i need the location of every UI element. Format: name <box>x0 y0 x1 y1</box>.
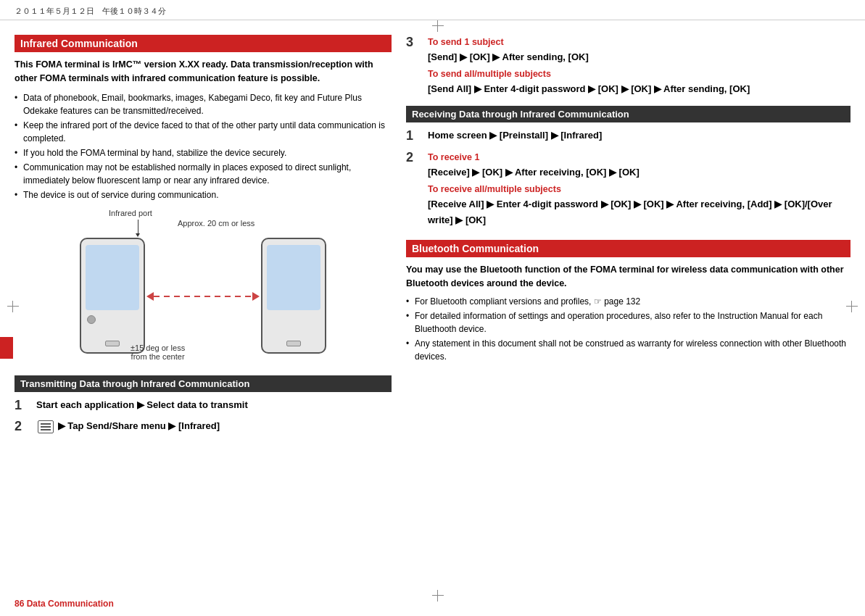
infrared-section-header: Infrared Communication <box>15 35 392 52</box>
bluetooth-section: Bluetooth Communication You may use the … <box>406 240 850 363</box>
step2-text: ▶ Tap Send/Share menu ▶ [Infrared] <box>58 420 220 431</box>
right-column: 3 To send 1 subject [Send] ▶ [OK] ▶ Afte… <box>406 35 850 441</box>
diagram-approx-label: Approx. 20 cm or less <box>178 219 254 228</box>
crosshair-bottom <box>432 590 444 602</box>
bullet-item: The device is out of service during comm… <box>15 188 392 201</box>
receiving-section: Receiving Data through Infrared Communic… <box>406 106 850 230</box>
diagram-degree-label: ±15 deg or less from the center <box>131 344 185 361</box>
footer-page-num: 86 <box>15 599 24 609</box>
step2-num: 2 <box>15 419 32 435</box>
crosshair-top <box>432 20 444 32</box>
phone-left-ir-port <box>87 315 96 324</box>
arrow-right <box>252 292 260 301</box>
send-all-label: To send all/multiple subjects <box>428 67 850 81</box>
footer: 86 Data Communication <box>15 599 114 609</box>
receive-all-label: To receive all/multiple subjects <box>428 182 850 196</box>
bluetooth-bullet-list: For Bluetooth compliant versions and pro… <box>406 295 850 363</box>
send-step3-row: 3 To send 1 subject [Send] ▶ [OK] ▶ Afte… <box>406 35 850 99</box>
bluetooth-bullet-item: For detailed information of settings and… <box>406 309 850 336</box>
diagram-arrow-vertical <box>138 220 138 234</box>
phone-left-screen <box>86 245 139 310</box>
receive-all-instruction: [Receive All] ▶ Enter 4-digit password ▶… <box>428 196 850 228</box>
receive-step2-content: To receive 1 [Receive] ▶ [OK] ▶ After re… <box>428 150 850 230</box>
ir-arrow <box>146 292 260 301</box>
content-wrapper: Infrared Communication This FOMA termina… <box>0 20 865 448</box>
header-date: ２０１１年５月１２日 午後１０時３４分 <box>0 0 865 20</box>
transmit-step1: 1 Start each application ▶ Select data t… <box>15 398 392 414</box>
arrow-line <box>154 296 252 297</box>
bullet-item: Keep the infrared port of the device fac… <box>15 119 392 145</box>
receive-step2-num: 2 <box>406 150 423 166</box>
receive-1-label: To receive 1 <box>428 150 850 165</box>
phone-left <box>80 238 145 354</box>
infrared-port-label: Infrared port <box>109 209 152 217</box>
bullet-item: Communication may not be established nor… <box>15 161 392 187</box>
send-1-subject-label: To send 1 subject <box>428 35 850 49</box>
bluetooth-bullet-item: Any statement in this document shall not… <box>406 337 850 363</box>
crosshair-left <box>7 301 19 312</box>
arrow-left <box>146 292 154 301</box>
step1-text: Start each application ▶ Select data to … <box>36 399 248 410</box>
step2-content: ▶ Tap Send/Share menu ▶ [Infrared] <box>36 419 392 434</box>
infrared-bullet-list: Data of phonebook, Email, bookmarks, ima… <box>15 91 392 201</box>
transmit-section-header: Transmitting Data through Infrared Commu… <box>15 375 392 392</box>
receive-step1-num: 1 <box>406 128 423 144</box>
bluetooth-intro: You may use the Bluetooth function of th… <box>406 263 850 291</box>
receive-1-instruction: [Receive] ▶ [OK] ▶ After receiving, [OK]… <box>428 165 850 180</box>
infrared-diagram: Infrared port Approx. 20 cm or less <box>65 209 341 368</box>
bluetooth-bullet-item: For Bluetooth compliant versions and pro… <box>406 295 850 308</box>
step1-num: 1 <box>15 398 32 414</box>
bluetooth-section-header: Bluetooth Communication <box>406 240 850 257</box>
send-1-subject-instruction: [Send] ▶ [OK] ▶ After sending, [OK] <box>428 49 850 65</box>
step3-content: To send 1 subject [Send] ▶ [OK] ▶ After … <box>428 35 850 99</box>
step1-content: Start each application ▶ Select data to … <box>36 398 392 413</box>
receive-step1-row: 1 Home screen ▶ [Preinstall] ▶ [Infrared… <box>406 128 850 144</box>
page: ２０１１年５月１２日 午後１０時３４分 Infrared Communicati… <box>0 0 865 616</box>
step3-num: 3 <box>406 35 423 51</box>
phone-right <box>261 238 326 354</box>
left-column: Infrared Communication This FOMA termina… <box>15 35 392 441</box>
infrared-intro: This FOMA terminal is IrMC™ version X.XX… <box>15 58 392 86</box>
receiving-section-header: Receiving Data through Infrared Communic… <box>406 106 850 122</box>
footer-section-label: Data Communication <box>27 599 114 609</box>
red-box-mark <box>0 337 13 359</box>
send-all-instruction: [Send All] ▶ Enter 4-digit password ▶ [O… <box>428 81 850 97</box>
receive-step1-content: Home screen ▶ [Preinstall] ▶ [Infrared] <box>428 128 850 143</box>
receive-step2-row: 2 To receive 1 [Receive] ▶ [OK] ▶ After … <box>406 150 850 230</box>
menu-icon <box>38 420 54 433</box>
bullet-item: If you hold the FOMA terminal by hand, s… <box>15 146 392 159</box>
phone-right-screen <box>267 245 320 310</box>
transmit-step2: 2 ▶ Tap Send/Share menu ▶ [Infrared] <box>15 419 392 435</box>
bullet-item: Data of phonebook, Email, bookmarks, ima… <box>15 91 392 117</box>
